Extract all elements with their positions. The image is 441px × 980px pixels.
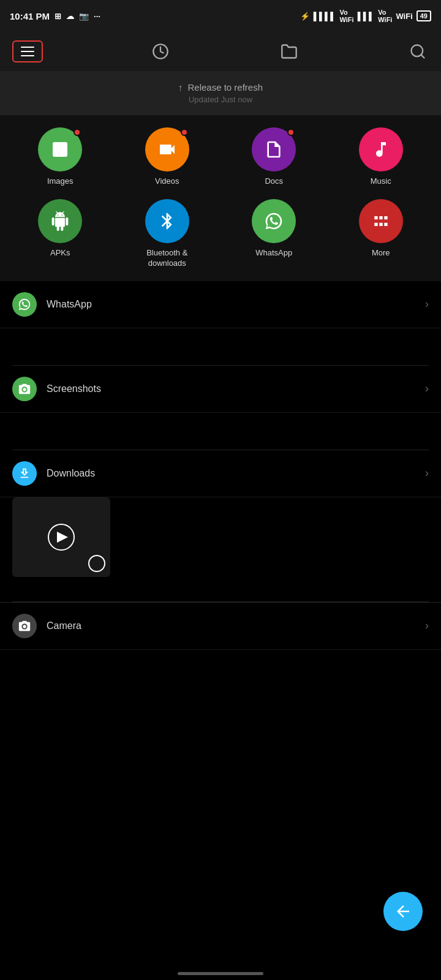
chevron-right-icon-4: › [425, 619, 429, 632]
category-bluetooth-label: Bluetooth &downloads [146, 248, 187, 269]
svg-line-2 [421, 55, 424, 58]
pull-to-refresh: ↑ Release to refresh Updated Just now [0, 71, 441, 115]
wifi-icon: WiFi [396, 12, 412, 21]
history-icon[interactable] [149, 40, 172, 62]
list-item-camera[interactable]: Camera › [0, 603, 441, 650]
category-docs-label: Docs [265, 176, 283, 187]
list-item-screenshots[interactable]: Screenshots › [0, 366, 441, 413]
category-music[interactable]: Music [331, 127, 432, 187]
battery-level: 49 [417, 10, 431, 21]
signal-bars2-icon: ▌▌▌ [358, 12, 375, 21]
category-images[interactable]: Images [10, 127, 111, 187]
video-thumbnail[interactable] [12, 497, 110, 577]
vo-wifi2-label: VoWiFi [378, 9, 392, 23]
status-cloud-icon: ☁ [66, 12, 74, 21]
category-videos[interactable]: Videos [117, 127, 218, 187]
category-docs[interactable]: Docs [224, 127, 325, 187]
category-whatsapp-label: WhatsApp [255, 248, 292, 258]
category-music-label: Music [371, 176, 391, 187]
spacer-2 [0, 413, 441, 450]
thumb-circle-icon [88, 555, 105, 572]
vo-wifi-label: VoWiFi [340, 9, 354, 23]
category-bluetooth[interactable]: Bluetooth &downloads [117, 199, 218, 269]
category-apks-label: APKs [50, 248, 70, 258]
folder-icon[interactable] [278, 40, 300, 62]
status-bar: 10:41 PM ⊞ ☁ 📷 ··· ⚡ ▌▌▌▌ VoWiFi ▌▌▌ VoW… [0, 0, 441, 32]
play-triangle-icon [57, 532, 68, 543]
downloads-content [0, 497, 441, 589]
status-notification-icon: ⊞ [55, 12, 61, 21]
search-icon[interactable] [407, 40, 429, 62]
play-button[interactable] [48, 524, 75, 551]
downloads-label: Downloads [47, 468, 425, 479]
home-indicator [178, 972, 263, 975]
chevron-right-icon: › [425, 298, 429, 311]
section-list: WhatsApp › Screenshots › [0, 281, 441, 450]
refresh-main-text: Release to refresh [187, 82, 263, 92]
category-apks[interactable]: APKs [10, 199, 111, 269]
fab-button[interactable] [383, 892, 423, 931]
fab-icon [394, 902, 412, 921]
list-item-downloads[interactable]: Downloads › [0, 450, 441, 497]
bluetooth-status-icon: ⚡ [300, 12, 310, 21]
category-images-label: Images [47, 176, 74, 187]
downloads-section: Downloads › [0, 450, 441, 589]
chevron-right-icon-3: › [425, 467, 429, 480]
camera-section: Camera › [0, 602, 441, 650]
list-item-screenshots-label: Screenshots [47, 383, 425, 394]
list-item-whatsapp[interactable]: WhatsApp › [0, 281, 441, 328]
status-time: 10:41 PM [10, 11, 50, 21]
list-item-whatsapp-label: WhatsApp [47, 299, 425, 310]
camera-label: Camera [47, 620, 425, 631]
category-more-label: More [372, 248, 390, 258]
refresh-arrow-icon: ↑ [178, 82, 183, 92]
category-more[interactable]: More [331, 199, 432, 269]
category-grid: Images Videos Docs Music APKs B [0, 115, 441, 281]
top-nav [0, 32, 441, 71]
status-instagram-icon: 📷 [79, 12, 89, 21]
signal-bars-icon: ▌▌▌▌ [314, 12, 336, 21]
category-whatsapp[interactable]: WhatsApp [224, 199, 325, 269]
menu-button[interactable] [12, 40, 43, 62]
spacer-1 [0, 328, 441, 365]
refresh-sub-text: Updated Just now [11, 95, 430, 104]
category-videos-label: Videos [155, 176, 179, 187]
status-dots-icon: ··· [94, 12, 100, 21]
chevron-right-icon-2: › [425, 382, 429, 395]
